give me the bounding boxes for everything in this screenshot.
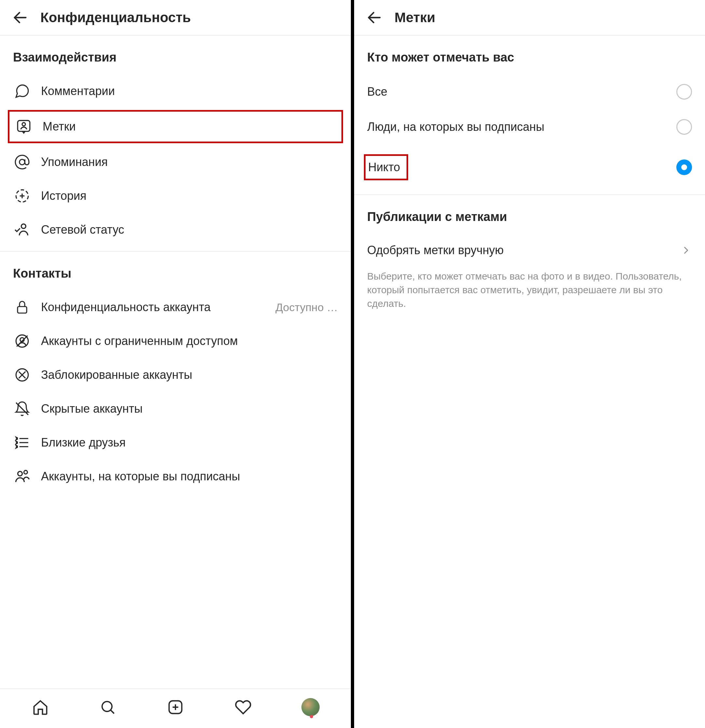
add-post-icon[interactable] — [166, 698, 185, 716]
radio-nobody[interactable]: Никто — [354, 144, 705, 190]
item-close-friends[interactable]: Близкие друзья — [0, 426, 351, 459]
header: Конфиденциальность — [0, 0, 351, 36]
svg-rect-8 — [17, 306, 27, 313]
svg-marker-20 — [16, 441, 17, 444]
at-icon — [13, 153, 31, 171]
radio-label: Все — [367, 85, 387, 98]
search-icon[interactable] — [99, 698, 117, 716]
radio-label: Никто — [368, 160, 400, 174]
restricted-icon — [13, 332, 31, 350]
item-label: Конфиденциальность аккаунта — [41, 300, 266, 314]
section-contacts-title: Контакты — [0, 251, 351, 290]
item-label: Одобрять метки вручную — [367, 243, 504, 257]
chevron-right-icon — [680, 244, 692, 256]
item-approve-manually[interactable]: Одобрять метки вручную — [354, 234, 705, 267]
blocked-icon — [13, 366, 31, 384]
item-following[interactable]: Аккаунты, на которые вы подписаны — [0, 459, 351, 493]
item-label: Заблокированные аккаунты — [41, 368, 338, 382]
svg-marker-19 — [16, 437, 17, 440]
item-comments[interactable]: Комментарии — [0, 74, 351, 108]
svg-point-7 — [21, 224, 26, 228]
following-icon — [13, 467, 31, 485]
section-interactions-title: Взаимодействия — [0, 36, 351, 74]
tag-person-icon — [14, 117, 33, 136]
status-icon — [13, 221, 31, 239]
item-restricted[interactable]: Аккаунты с ограниченным доступом — [0, 324, 351, 358]
item-account-privacy[interactable]: Конфиденциальность аккаунта Доступно … — [0, 290, 351, 324]
section-who-can-tag: Кто может отмечать вас — [354, 36, 705, 74]
page-title: Конфиденциальность — [40, 10, 191, 25]
svg-point-22 — [18, 471, 22, 476]
svg-point-23 — [24, 471, 27, 474]
svg-point-24 — [102, 702, 112, 711]
item-mentions[interactable]: Упоминания — [0, 145, 351, 179]
story-add-icon — [13, 187, 31, 205]
svg-point-2 — [22, 123, 25, 126]
activity-heart-icon[interactable] — [234, 698, 252, 716]
svg-point-3 — [20, 159, 25, 165]
item-secondary: Доступно … — [275, 301, 338, 314]
item-label: Метки — [43, 120, 336, 133]
svg-line-25 — [111, 710, 114, 714]
lock-icon — [13, 298, 31, 316]
item-label: Комментарии — [41, 84, 338, 98]
close-friends-icon — [13, 433, 31, 452]
back-arrow-icon[interactable] — [12, 9, 29, 26]
header: Метки — [354, 0, 705, 36]
bottom-nav — [0, 689, 351, 728]
profile-avatar[interactable] — [301, 698, 319, 716]
item-story[interactable]: История — [0, 179, 351, 213]
page-title: Метки — [394, 10, 435, 25]
privacy-settings-screen: Конфиденциальность Взаимодействия Коммен… — [0, 0, 354, 728]
item-label: Аккаунты с ограниченным доступом — [41, 334, 338, 348]
radio-everyone[interactable]: Все — [354, 74, 705, 109]
radio-label: Люди, на которых вы подписаны — [367, 120, 544, 134]
item-label: Упоминания — [41, 155, 338, 169]
item-label: Аккаунты, на которые вы подписаны — [41, 469, 338, 483]
radio-following[interactable]: Люди, на которых вы подписаны — [354, 109, 705, 144]
item-label: Скрытые аккаунты — [41, 402, 338, 416]
radio-icon — [676, 84, 692, 100]
item-label: Близкие друзья — [41, 436, 338, 449]
tags-settings-screen: Метки Кто может отмечать вас Все Люди, н… — [354, 0, 705, 728]
item-label: Сетевой статус — [41, 223, 338, 237]
comment-icon — [13, 82, 31, 100]
home-icon[interactable] — [31, 698, 49, 716]
item-tags[interactable]: Метки — [8, 110, 343, 143]
help-text: Выберите, кто может отмечать вас на фото… — [354, 267, 705, 324]
item-muted[interactable]: Скрытые аккаунты — [0, 392, 351, 426]
section-tagged-posts: Публикации с метками — [354, 195, 705, 234]
item-activity-status[interactable]: Сетевой статус — [0, 213, 351, 247]
highlight-box: Никто — [364, 154, 408, 180]
item-blocked[interactable]: Заблокированные аккаунты — [0, 358, 351, 392]
muted-bell-icon — [13, 400, 31, 418]
item-label: История — [41, 189, 338, 203]
back-arrow-icon[interactable] — [366, 9, 383, 26]
radio-icon — [676, 119, 692, 135]
radio-icon-selected — [676, 159, 692, 175]
svg-marker-21 — [16, 445, 17, 448]
